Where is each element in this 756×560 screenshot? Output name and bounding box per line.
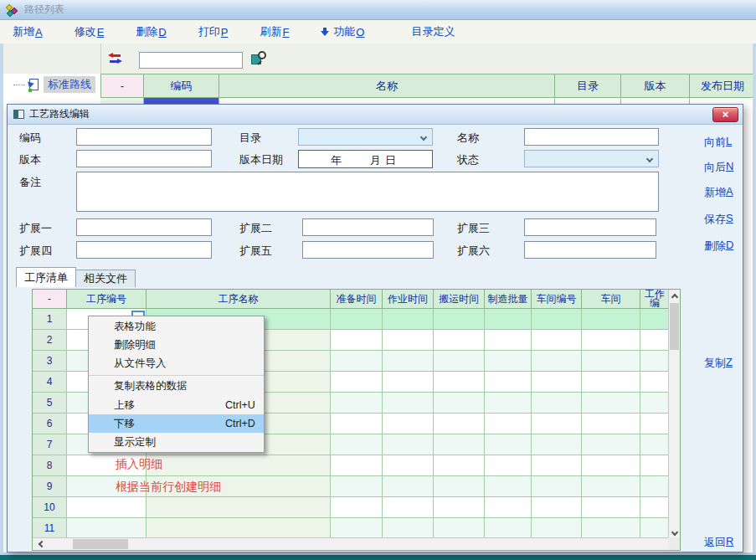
menubar-item[interactable]: 删除 D	[136, 24, 166, 39]
menubar-item[interactable]: 目录定义	[411, 24, 455, 39]
grid-cell[interactable]	[582, 351, 640, 372]
grid-header-cell[interactable]: 车间	[582, 290, 640, 309]
menubar-item[interactable]: 打印 P	[198, 24, 229, 39]
grid-cell[interactable]	[331, 434, 383, 455]
grid-cell[interactable]	[485, 518, 532, 539]
grid-cell[interactable]	[434, 518, 485, 539]
grid-header-cell[interactable]: 作业时间	[383, 290, 434, 309]
grid-cell[interactable]	[582, 518, 640, 539]
context-menu-item[interactable]: 从文件导入	[89, 354, 264, 372]
grid-cell[interactable]	[532, 476, 582, 497]
menubar-item[interactable]: 刷新 F	[260, 24, 289, 39]
grid-cell[interactable]	[434, 455, 485, 476]
tab[interactable]: 相关文件	[75, 270, 136, 287]
menubar-item[interactable]: 新增 A	[13, 24, 43, 39]
grid-cell[interactable]	[582, 434, 640, 455]
route-list-header-cell[interactable]: 编码	[144, 74, 219, 98]
swap-arrows-icon[interactable]	[108, 52, 122, 64]
close-button[interactable]: ×	[712, 107, 738, 122]
grid-cell[interactable]	[532, 330, 582, 351]
ext3-field[interactable]	[524, 218, 656, 236]
row-number-cell[interactable]: 7	[33, 434, 67, 455]
insert-detail-item[interactable]: 插入明细	[116, 457, 162, 472]
row-number-cell[interactable]: 2	[33, 330, 67, 351]
side-button[interactable]: 新增 A	[704, 185, 733, 200]
grid-header-cell[interactable]: 工作编	[640, 290, 670, 309]
route-list-header-cell[interactable]: -	[100, 74, 144, 98]
grid-cell[interactable]	[532, 518, 582, 539]
version-field[interactable]	[76, 150, 212, 167]
route-list-header-cell[interactable]: 发布日期	[690, 74, 756, 98]
grid-cell[interactable]	[383, 414, 434, 434]
ext6-field[interactable]	[524, 241, 656, 259]
grid-cell[interactable]	[640, 309, 670, 330]
grid-cell[interactable]	[582, 497, 640, 518]
grid-cell[interactable]	[532, 497, 582, 518]
tree-item-standard-route[interactable]: 标准路线	[13, 76, 95, 93]
dir-dropdown[interactable]	[298, 128, 433, 146]
grid-cell[interactable]	[434, 393, 485, 414]
grid-cell[interactable]	[532, 455, 582, 476]
grid-cell[interactable]	[331, 393, 383, 414]
grid-cell[interactable]	[147, 518, 331, 539]
grid-cell[interactable]	[640, 393, 670, 414]
grid-cell[interactable]	[331, 476, 383, 497]
quick-search-input[interactable]	[139, 52, 243, 69]
remark-textarea[interactable]	[76, 172, 659, 212]
grid-cell[interactable]	[640, 497, 670, 518]
grid-cell[interactable]	[147, 497, 331, 518]
grid-cell[interactable]	[383, 330, 434, 351]
route-list-selected-row[interactable]	[100, 98, 756, 104]
grid-cell[interactable]	[640, 330, 670, 351]
context-menu-item[interactable]: 显示定制	[89, 433, 264, 451]
grid-header-cell[interactable]: 搬运时间	[434, 290, 485, 309]
grid-cell[interactable]	[532, 393, 582, 414]
grid-cell[interactable]	[532, 434, 582, 455]
grid-cell[interactable]	[485, 476, 532, 497]
code-field[interactable]	[76, 128, 212, 146]
vertical-scroll-thumb[interactable]	[670, 303, 679, 350]
grid-cell[interactable]	[331, 309, 383, 330]
grid-header-cell[interactable]: 制造批量	[485, 290, 532, 309]
grid-cell[interactable]	[434, 330, 485, 351]
grid-cell[interactable]	[383, 434, 434, 455]
grid-cell[interactable]	[383, 309, 434, 330]
grid-row[interactable]: 11	[33, 518, 680, 539]
scroll-left-button[interactable]	[34, 538, 48, 550]
grid-cell[interactable]	[331, 455, 383, 476]
grid-cell[interactable]	[582, 393, 640, 414]
side-button[interactable]: 返回 R	[704, 535, 733, 550]
create-detail-from-row-item[interactable]: 根据当前行创建明细	[116, 480, 221, 495]
version-date-field[interactable]: 年 月 日	[298, 150, 433, 168]
row-number-cell[interactable]: 5	[33, 393, 67, 414]
ext4-field[interactable]	[76, 241, 212, 259]
grid-cell[interactable]	[331, 330, 383, 351]
grid-cell[interactable]	[383, 455, 434, 476]
grid-cell[interactable]	[582, 309, 640, 330]
row-number-cell[interactable]: 3	[33, 351, 67, 372]
grid-cell[interactable]	[532, 414, 582, 434]
grid-row[interactable]: 10	[33, 497, 680, 518]
grid-cell[interactable]	[485, 309, 532, 330]
grid-cell[interactable]	[383, 351, 434, 372]
grid-cell[interactable]	[67, 497, 147, 518]
grid-cell[interactable]	[640, 518, 670, 539]
context-menu-item[interactable]: 上移 Ctrl+U	[89, 396, 264, 414]
grid-header-cell[interactable]: 工序名称	[147, 290, 331, 309]
grid-cell[interactable]	[640, 434, 670, 455]
row-number-cell[interactable]: 10	[33, 497, 67, 518]
grid-cell[interactable]	[640, 455, 670, 476]
row-number-cell[interactable]: 8	[33, 455, 67, 476]
grid-cell[interactable]	[532, 309, 582, 330]
ext2-field[interactable]	[302, 218, 434, 236]
ext5-field[interactable]	[302, 241, 434, 259]
grid-cell[interactable]	[434, 434, 485, 455]
name-field[interactable]	[524, 128, 659, 146]
side-button[interactable]: 保存 S	[704, 212, 733, 227]
grid-cell[interactable]	[383, 393, 434, 414]
grid-header-cell[interactable]: 准备时间	[331, 290, 383, 309]
grid-cell[interactable]	[434, 497, 485, 518]
context-menu-item[interactable]: 复制表格的数据	[89, 375, 264, 396]
grid-cell[interactable]	[147, 455, 331, 476]
status-dropdown[interactable]	[524, 150, 659, 167]
